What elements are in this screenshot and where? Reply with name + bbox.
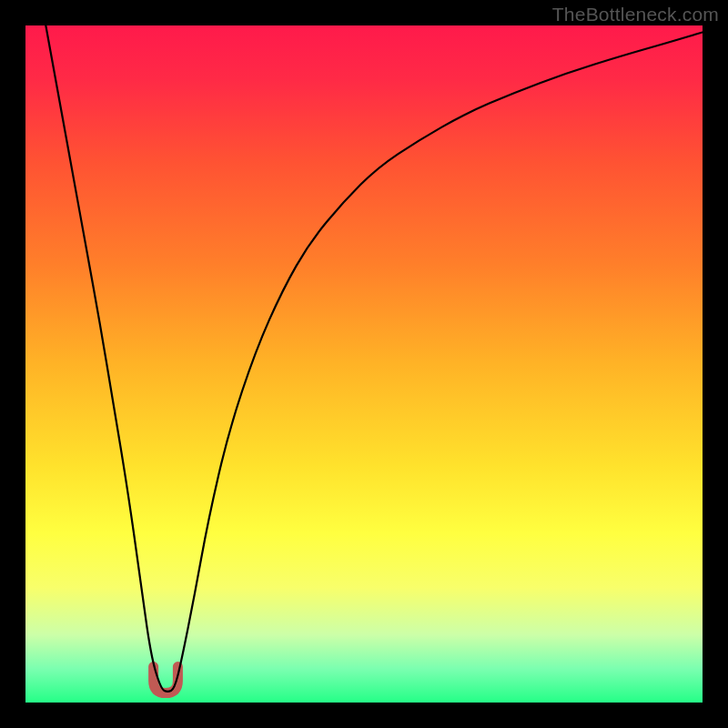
watermark-text: TheBottleneck.com bbox=[552, 4, 719, 25]
chart-canvas bbox=[25, 25, 703, 703]
gradient-background bbox=[25, 25, 703, 703]
plot-area bbox=[25, 25, 703, 703]
outer-frame: TheBottleneck.com bbox=[0, 0, 728, 728]
